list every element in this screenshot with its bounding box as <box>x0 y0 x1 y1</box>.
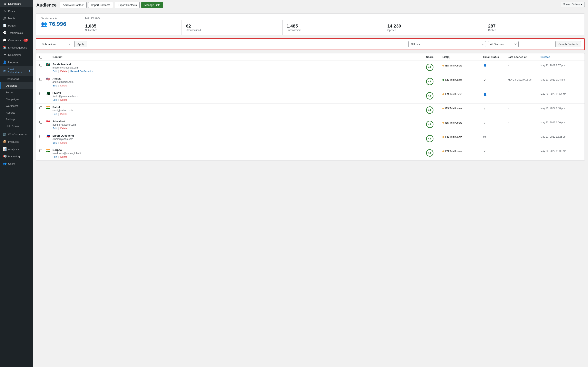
sidebar-sub-item-reports[interactable]: Reports <box>0 109 33 116</box>
search-contacts-input[interactable] <box>521 41 553 47</box>
sidebar-item-rainmaker[interactable]: ☂ Rainmaker <box>0 51 33 58</box>
sidebar-item-comments[interactable]: 💭 Comments 19 <box>0 36 33 44</box>
sidebar-item-label: Analytics <box>8 148 19 151</box>
sidebar-item-marketing[interactable]: 📢 Marketing <box>0 153 33 160</box>
clicked-value: 287 <box>488 24 580 29</box>
screen-options-button[interactable]: Screen Options ▾ <box>561 2 585 7</box>
delete-link[interactable]: Delete <box>61 84 68 87</box>
delete-link[interactable]: Delete <box>61 141 68 144</box>
sidebar-item-dashboard[interactable]: ⊞ Dashboard <box>0 0 33 7</box>
created-col-header[interactable]: Created <box>540 55 581 58</box>
manage-lists-button[interactable]: Manage Lists <box>141 2 163 8</box>
collapse-icon: ◀ <box>28 69 30 72</box>
delete-link[interactable]: Delete <box>61 156 68 158</box>
contact-email: rahul@yahoo.co.in <box>52 109 426 112</box>
sidebar-item-posts[interactable]: ✎ Posts <box>0 7 33 15</box>
sidebar-item-pages[interactable]: 📄 Pages <box>0 22 33 29</box>
sidebar-sub-item-help[interactable]: Help & Info <box>0 123 33 129</box>
table-header: Contact Score List(s) Email status Last … <box>36 53 585 61</box>
edit-link[interactable]: Edit <box>52 70 57 73</box>
contact-name: Fivefix <box>52 91 426 94</box>
export-contacts-button[interactable]: Export Contacts <box>115 2 140 8</box>
row-checkbox[interactable] <box>39 149 42 152</box>
contact-email: elbert@yahoo.com <box>52 138 426 141</box>
sidebar-item-media[interactable]: 🖼 Media <box>0 15 33 22</box>
sidebar-item-email-subscribers[interactable]: ✉ Email Subscribers ◀ <box>0 66 33 76</box>
unconfirmed-label: Unconfirmed <box>287 29 379 32</box>
sidebar-sub-item-audience[interactable]: Audience <box>0 82 33 89</box>
all-statuses-select[interactable]: All Statuses Subscribed Unsubscribed Unc… <box>488 41 519 47</box>
sidebar-sub-item-forms[interactable]: Forms <box>0 89 33 96</box>
edit-link[interactable]: Edit <box>52 99 57 101</box>
delete-link[interactable]: Delete <box>61 70 68 73</box>
sidebar-sub-item-dashboard[interactable]: Dashboard <box>0 76 33 82</box>
last-opened-cell: May 23, 2022 9:16 am <box>508 77 540 81</box>
score-cell: 4.0 <box>426 91 442 100</box>
last60-label: Last 60 days <box>81 14 585 20</box>
row-checkbox[interactable] <box>39 121 42 124</box>
all-lists-select[interactable]: All ListsES Trial Users <box>408 41 486 47</box>
sidebar-sub-label: Reports <box>6 111 15 114</box>
edit-link[interactable]: Edit <box>52 113 57 116</box>
edit-link[interactable]: Edit <box>52 84 57 87</box>
sidebar-item-products[interactable]: 📦 Products <box>0 138 33 145</box>
woocommerce-icon: 🛒 <box>3 133 7 136</box>
sidebar-sub-item-settings[interactable]: Settings <box>0 116 33 123</box>
row-checkbox[interactable] <box>39 135 42 138</box>
sidebar-item-icegram[interactable]: 👤 Icegram <box>0 58 33 66</box>
last-opened-cell: - <box>508 120 540 124</box>
media-icon: 🖼 <box>3 17 7 20</box>
apply-button[interactable]: Apply <box>74 41 87 47</box>
subscribed-label: Subscribed <box>85 29 177 32</box>
delete-link[interactable]: Delete <box>61 127 68 130</box>
contact-info: JaksaSlot admin@jaksaslot.com Edit | Del… <box>52 120 426 130</box>
score-badge: 4.0 <box>426 135 433 142</box>
sidebar-sub-item-workflows[interactable]: Workflows <box>0 103 33 109</box>
analytics-icon: 📊 <box>3 147 7 151</box>
add-new-contact-button[interactable]: Add New Contact <box>60 2 86 8</box>
edit-link[interactable]: Edit <box>52 141 57 144</box>
score-col-header: Score <box>426 55 442 58</box>
list-dot <box>442 108 444 109</box>
list-name: ES Trial Users <box>445 92 462 96</box>
sidebar-item-analytics[interactable]: 📊 Analytics <box>0 145 33 153</box>
contact-name: JaksaSlot <box>52 120 426 123</box>
row-checkbox[interactable] <box>39 64 42 67</box>
sidebar-item-knowledgebase[interactable]: 📚 Knowledgebase <box>0 44 33 51</box>
contact-actions: Edit | Delete| Resend Confirmation <box>52 70 426 73</box>
contact-actions: Edit | Delete <box>52 141 426 144</box>
sidebar-item-label: Marketing <box>8 155 20 158</box>
contact-col-header: Contact <box>52 55 426 58</box>
unconfirmed-stat: 1,485 Unconfirmed <box>283 20 383 35</box>
sidebar-item-woocommerce[interactable]: 🛒 WooCommerce <box>0 131 33 138</box>
contact-info: Elbert Queddeng elbert@yahoo.com Edit | … <box>52 134 426 144</box>
search-contacts-button[interactable]: Search Contacts <box>555 41 581 47</box>
row-checkbox[interactable] <box>39 92 42 95</box>
main-content: Audience Add New Contact Import Contacts… <box>33 0 588 367</box>
sidebar-item-users[interactable]: 👥 Users <box>0 160 33 167</box>
edit-link[interactable]: Edit <box>52 156 57 158</box>
row-checkbox[interactable] <box>39 106 42 109</box>
email-status-icon: ✓ <box>483 121 486 125</box>
unconfirmed-value: 1,485 <box>287 24 379 29</box>
sidebar-item-label: Products <box>8 140 18 143</box>
select-all-checkbox[interactable] <box>39 56 42 58</box>
contact-actions: Edit | Delete <box>52 156 426 158</box>
list-name: ES Trial Users <box>445 107 462 110</box>
table-row: 🇮🇳 Norppa wordpress@vortexglobal.in Edit… <box>36 146 585 160</box>
contact-flag: 🇵🇭 <box>46 134 52 138</box>
email-status-icon: ✓ <box>483 107 486 110</box>
row-checkbox[interactable] <box>39 78 42 81</box>
import-contacts-button[interactable]: Import Contacts <box>88 2 113 8</box>
edit-link[interactable]: Edit <box>52 127 57 130</box>
delete-link[interactable]: Delete <box>61 99 68 101</box>
contact-name: Sarkis Medical <box>52 63 426 66</box>
top-bar: Audience Add New Contact Import Contacts… <box>33 0 588 10</box>
bulk-actions-select[interactable]: Bulk actionsDeleteExport <box>40 41 72 47</box>
sidebar-sub-item-campaigns[interactable]: Campaigns <box>0 96 33 103</box>
total-contacts-value: 👥 76,996 <box>41 21 76 27</box>
resend-confirmation-link[interactable]: Resend Confirmation <box>70 70 94 73</box>
delete-link[interactable]: Delete <box>61 113 68 116</box>
score-cell: 4.0 <box>426 106 442 114</box>
sidebar-item-testimonials[interactable]: 💬 Testimonials <box>0 29 33 36</box>
